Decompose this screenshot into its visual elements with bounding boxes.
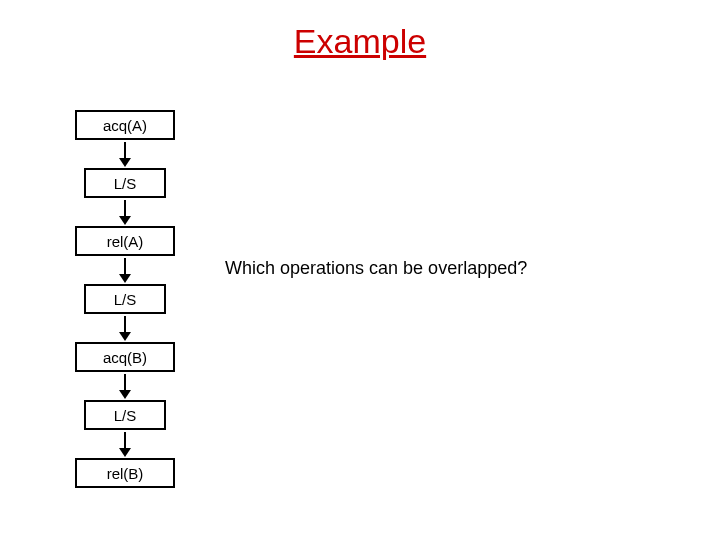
op-box-ls-1: L/S [84, 168, 166, 198]
op-box-rel-b: rel(B) [75, 458, 175, 488]
arrow-icon [75, 372, 175, 400]
op-box-acq-b: acq(B) [75, 342, 175, 372]
operation-flow: acq(A) L/S rel(A) L/S acq(B) L/S rel(B) [75, 110, 175, 488]
op-box-ls-3: L/S [84, 400, 166, 430]
page-title: Example [0, 22, 720, 61]
question-text: Which operations can be overlapped? [225, 258, 527, 279]
arrow-icon [75, 314, 175, 342]
arrow-icon [75, 256, 175, 284]
op-box-rel-a: rel(A) [75, 226, 175, 256]
op-box-acq-a: acq(A) [75, 110, 175, 140]
arrow-icon [75, 430, 175, 458]
arrow-icon [75, 198, 175, 226]
arrow-icon [75, 140, 175, 168]
op-box-ls-2: L/S [84, 284, 166, 314]
